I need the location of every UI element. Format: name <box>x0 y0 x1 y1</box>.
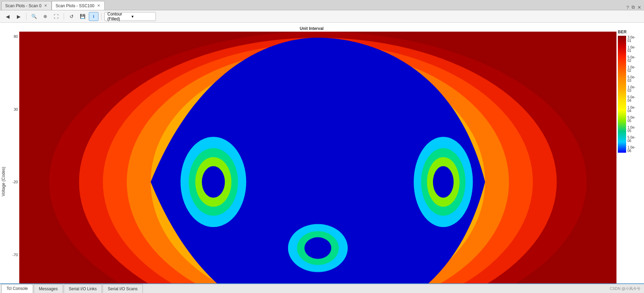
colorbar-label: 5.0e-03 <box>627 76 635 83</box>
chart-type-label: Contour (Filled) <box>107 12 129 21</box>
toolbar: ◀ ▶ 🔍 ⊕ ⛶ ↺ 💾 i Contour (Filled) ▾ <box>0 10 644 23</box>
y-tick: 80 <box>7 34 18 39</box>
restore-icon[interactable]: ⧉ <box>632 4 635 10</box>
colorbar-label: 5.0e-05 <box>627 116 635 123</box>
chart-type-arrow-icon: ▾ <box>131 14 153 19</box>
forward-button[interactable]: ▶ <box>14 12 23 21</box>
colorbar-gradient <box>618 36 626 153</box>
tab-scan0-close[interactable]: ✕ <box>43 3 48 8</box>
tab-ssc100-close[interactable]: ✕ <box>96 3 101 8</box>
plot-area: Voltage (Codes) Unit Interval 8030-20-70… <box>0 23 644 283</box>
chart-middle: 8030-20-70-120 <box>7 32 616 283</box>
colorbar-title: BER <box>618 30 626 34</box>
save-button[interactable]: 💾 <box>78 12 87 21</box>
back-icon: ◀ <box>6 14 10 19</box>
colorbar-label: 1.0e-06 <box>627 146 635 153</box>
zoom-out-button[interactable]: 🔍 <box>29 12 39 21</box>
bottom-tab-serial-i/o-scans[interactable]: Serial I/O Scans <box>103 284 143 293</box>
bottom-tab-messages[interactable]: Messages <box>34 284 63 293</box>
refresh-button[interactable]: ↺ <box>67 12 76 21</box>
colorbar-label: 5.0e-02 <box>627 56 635 63</box>
colorbar-label: 1.0e-03 <box>627 86 635 93</box>
toolbar-sep3 <box>101 13 102 20</box>
bottom-tab-tcl-console[interactable]: Tcl Console <box>1 284 33 293</box>
tab-ssc100-label: Scan Plots - SSC100 <box>55 3 94 8</box>
close-icon[interactable]: ✕ <box>637 5 641 10</box>
colorbar-labels: 3.0e-011.0e-015.0e-021.0e-025.0e-031.0e-… <box>627 36 635 153</box>
watermark: CSDN @小风今兮 <box>610 286 644 291</box>
colorbar-label: 5.0e-06 <box>627 136 635 143</box>
bottom-tab-bar: Tcl ConsoleMessagesSerial I/O LinksSeria… <box>0 283 644 293</box>
y-tick: -70 <box>7 253 18 257</box>
info-icon: i <box>93 14 94 19</box>
tab-bar: Scan Plots - Scan 0 ✕ Scan Plots - SSC10… <box>0 0 644 10</box>
main-content: Voltage (Codes) Unit Interval 8030-20-70… <box>0 23 644 283</box>
y-tick: -20 <box>7 180 18 184</box>
colorbar-label: 1.0e-02 <box>627 66 635 73</box>
bottom-tab-serial-i/o-links[interactable]: Serial I/O Links <box>64 284 102 293</box>
forward-icon: ▶ <box>17 14 21 19</box>
colorbar-label: 3.0e-01 <box>627 36 635 43</box>
colorbar-label: 1.0e-01 <box>627 46 635 53</box>
tab-ssc100[interactable]: Scan Plots - SSC100 ✕ <box>52 1 105 10</box>
refresh-icon: ↺ <box>70 14 74 19</box>
window-controls: ? ⧉ ✕ <box>626 4 644 10</box>
info-button[interactable]: i <box>89 12 98 21</box>
help-icon[interactable]: ? <box>626 5 629 10</box>
colorbar-label: 5.0e-04 <box>627 96 635 102</box>
toolbar-sep2 <box>64 13 64 20</box>
y-tick: 30 <box>7 107 18 111</box>
canvas-wrapper[interactable] <box>19 32 616 283</box>
colorbar-label: 1.0e-05 <box>627 126 635 133</box>
save-icon: 💾 <box>80 14 85 19</box>
toolbar-sep1 <box>26 13 27 20</box>
bottom-tabs: Tcl ConsoleMessagesSerial I/O LinksSeria… <box>1 284 144 293</box>
chart-with-axes: Unit Interval 8030-20-70-120 -0.5-0.4-0.… <box>7 26 616 283</box>
zoom-out-icon: 🔍 <box>31 14 37 19</box>
eye-diagram-canvas <box>19 32 616 283</box>
colorbar-label: 1.0e-04 <box>627 106 635 113</box>
y-axis-ticks: 8030-20-70-120 <box>7 32 19 283</box>
zoom-in-icon: ⊕ <box>43 14 47 19</box>
colorbar: BER 3.0e-011.0e-015.0e-021.0e-025.0e-031… <box>616 26 644 283</box>
chart-container: Voltage (Codes) Unit Interval 8030-20-70… <box>0 23 644 283</box>
fit-button[interactable]: ⛶ <box>51 12 61 21</box>
y-axis-label: Voltage (Codes) <box>0 26 7 283</box>
zoom-in-button[interactable]: ⊕ <box>40 12 50 21</box>
chart-type-dropdown[interactable]: Contour (Filled) ▾ <box>104 12 156 21</box>
x-axis-title: Unit Interval <box>7 26 616 31</box>
tab-scan0[interactable]: Scan Plots - Scan 0 ✕ <box>1 1 52 10</box>
tab-scan0-label: Scan Plots - Scan 0 <box>5 3 41 8</box>
fit-icon: ⛶ <box>54 14 59 19</box>
back-button[interactable]: ◀ <box>3 12 12 21</box>
